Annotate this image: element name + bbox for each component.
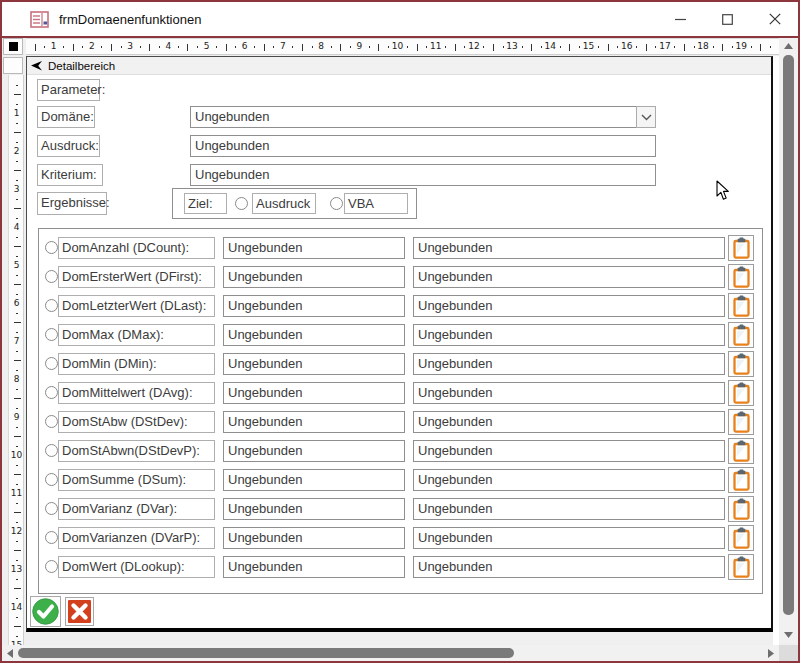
- row-value-field[interactable]: Ungebunden: [223, 411, 405, 433]
- vruler-tick: [16, 294, 18, 295]
- row-result-field[interactable]: Ungebunden: [413, 527, 725, 549]
- detail-section-bar[interactable]: Detailbereich: [27, 57, 771, 75]
- row-radio-button[interactable]: [45, 531, 58, 544]
- copy-button[interactable]: [728, 264, 754, 290]
- function-row: DomMax (DMax):UngebundenUngebunden: [39, 324, 762, 346]
- scroll-right-button[interactable]: [763, 645, 779, 661]
- row-radio-button[interactable]: [45, 502, 58, 515]
- domaene-dropdown-button[interactable]: [636, 106, 656, 128]
- row-radio-button[interactable]: [45, 270, 58, 283]
- vruler-tick: [16, 180, 18, 181]
- ausdruck-textbox[interactable]: Ungebunden: [190, 135, 656, 157]
- minimize-button[interactable]: [657, 2, 704, 36]
- vruler-tick: [16, 446, 18, 447]
- ziel-ausdruck-radio[interactable]: [235, 197, 248, 210]
- horizontal-scroll-thumb[interactable]: [18, 648, 514, 658]
- vruler-tick: [16, 465, 18, 466]
- row-radio-button[interactable]: [45, 357, 58, 370]
- row-radio-button[interactable]: [45, 415, 58, 428]
- row-result-field[interactable]: Ungebunden: [413, 411, 725, 433]
- confirm-button[interactable]: [30, 596, 61, 627]
- row-result-field[interactable]: Ungebunden: [413, 324, 725, 346]
- vruler-tick: [14, 246, 21, 247]
- clipboard-icon: [731, 382, 752, 404]
- row-label: DomWert (DLookup):: [58, 556, 215, 578]
- horizontal-scrollbar[interactable]: [2, 645, 779, 661]
- vruler-number: 6: [9, 298, 24, 308]
- copy-button[interactable]: [728, 322, 754, 348]
- hruler-number: 8: [314, 41, 328, 51]
- copy-button[interactable]: [728, 525, 754, 551]
- hruler-tick: [560, 46, 561, 48]
- row-result-field[interactable]: Ungebunden: [413, 556, 725, 578]
- row-result-field[interactable]: Ungebunden: [413, 469, 725, 491]
- row-value-field[interactable]: Ungebunden: [223, 266, 405, 288]
- copy-button[interactable]: [728, 496, 754, 522]
- function-row: DomStAbwn(DStDevP):UngebundenUngebunden: [39, 440, 762, 462]
- row-label: DomAnzahl (DCount):: [58, 237, 215, 259]
- scroll-up-button[interactable]: [779, 38, 798, 54]
- vruler-tick: [14, 322, 21, 323]
- row-result-field[interactable]: Ungebunden: [413, 498, 725, 520]
- window-title: frmDomaenenfunktionen: [59, 12, 201, 27]
- form-selector[interactable]: [3, 38, 23, 55]
- row-value-field[interactable]: Ungebunden: [223, 353, 405, 375]
- copy-button[interactable]: [728, 351, 754, 377]
- row-value-field[interactable]: Ungebunden: [223, 498, 405, 520]
- copy-button[interactable]: [728, 438, 754, 464]
- vruler-tick: [14, 474, 21, 475]
- copy-button[interactable]: [728, 554, 754, 580]
- close-button[interactable]: [751, 2, 798, 36]
- vertical-scrollbar[interactable]: [779, 38, 798, 643]
- row-value-field[interactable]: Ungebunden: [223, 556, 405, 578]
- copy-button[interactable]: [728, 293, 754, 319]
- function-row: DomMittelwert (DAvg):UngebundenUngebunde…: [39, 382, 762, 404]
- vruler-tick: [14, 360, 21, 361]
- row-result-field[interactable]: Ungebunden: [413, 295, 725, 317]
- row-value-field[interactable]: Ungebunden: [223, 440, 405, 462]
- vertical-ruler: 123456789101112131415: [8, 75, 24, 649]
- row-value-field[interactable]: Ungebunden: [223, 295, 405, 317]
- row-radio-button[interactable]: [45, 473, 58, 486]
- row-radio-button[interactable]: [45, 241, 58, 254]
- row-radio-button[interactable]: [45, 299, 58, 312]
- vruler-tick: [14, 512, 21, 513]
- vruler-tick: [14, 398, 21, 399]
- row-radio-button[interactable]: [45, 328, 58, 341]
- section-selector[interactable]: [3, 57, 23, 74]
- copy-button[interactable]: [728, 409, 754, 435]
- row-radio-button[interactable]: [45, 386, 58, 399]
- row-value-field[interactable]: Ungebunden: [223, 382, 405, 404]
- row-result-field[interactable]: Ungebunden: [413, 440, 725, 462]
- row-radio-button[interactable]: [45, 444, 58, 457]
- row-result-field[interactable]: Ungebunden: [413, 237, 725, 259]
- row-value-field[interactable]: Ungebunden: [223, 527, 405, 549]
- vruler-tick: [16, 218, 18, 219]
- domaene-combo-value[interactable]: Ungebunden: [190, 106, 656, 128]
- maximize-button[interactable]: [704, 2, 751, 36]
- hruler-tick: [264, 44, 265, 51]
- row-value-field[interactable]: Ungebunden: [223, 324, 405, 346]
- vruler-number: 13: [9, 564, 24, 574]
- copy-button[interactable]: [728, 235, 754, 261]
- domaene-combobox[interactable]: Ungebunden: [190, 106, 656, 128]
- cancel-button[interactable]: [65, 597, 94, 626]
- hruler-tick: [608, 44, 609, 51]
- scroll-down-button[interactable]: [779, 627, 798, 643]
- domain-functions-group: DomAnzahl (DCount):UngebundenUngebundenD…: [38, 228, 763, 594]
- ziel-vba-radio[interactable]: [330, 197, 343, 210]
- row-value-field[interactable]: Ungebunden: [223, 237, 405, 259]
- hruler-tick: [350, 46, 351, 48]
- row-result-field[interactable]: Ungebunden: [413, 382, 725, 404]
- copy-button[interactable]: [728, 467, 754, 493]
- row-result-field[interactable]: Ungebunden: [413, 266, 725, 288]
- kriterium-textbox[interactable]: Ungebunden: [190, 164, 656, 186]
- kriterium-label: Kriterium:: [37, 164, 103, 186]
- copy-button[interactable]: [728, 380, 754, 406]
- vertical-scroll-thumb[interactable]: [783, 55, 794, 615]
- scroll-left-button[interactable]: [2, 645, 18, 661]
- row-radio-button[interactable]: [45, 560, 58, 573]
- row-result-field[interactable]: Ungebunden: [413, 353, 725, 375]
- row-label: DomMin (DMin):: [58, 353, 215, 375]
- row-value-field[interactable]: Ungebunden: [223, 469, 405, 491]
